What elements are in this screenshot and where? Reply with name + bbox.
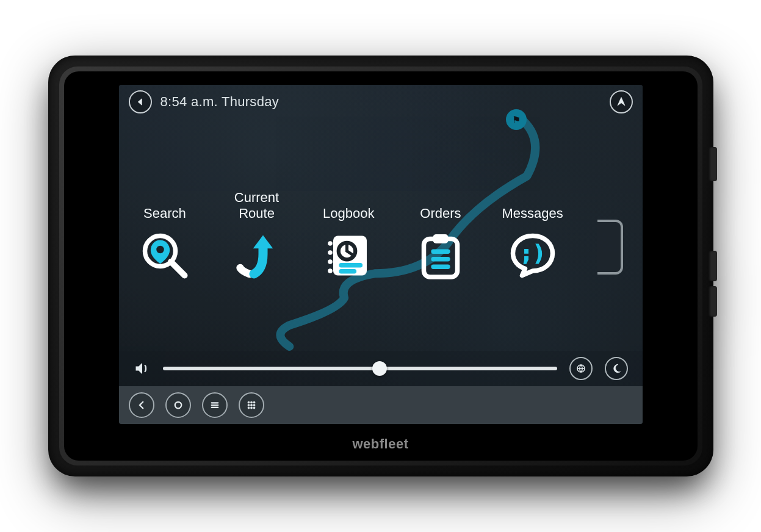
- chevron-left-icon: [136, 400, 147, 411]
- back-button[interactable]: [129, 90, 152, 113]
- svg-point-18: [248, 401, 250, 403]
- menu-item-orders[interactable]: Orders: [407, 188, 475, 282]
- device-frame: ⚑ 8:54 a.m. Thursday Search: [48, 56, 713, 476]
- device-brand-label: webfleet: [64, 436, 698, 452]
- hardware-volume-up-button[interactable]: [709, 251, 717, 281]
- system-nav-bar: [119, 386, 643, 424]
- svg-rect-12: [431, 250, 450, 253]
- svg-point-17: [175, 402, 181, 409]
- menu-item-label: Logbook: [315, 188, 383, 221]
- nav-home-button[interactable]: [165, 392, 191, 418]
- svg-point-21: [248, 404, 250, 406]
- svg-point-5: [328, 259, 333, 264]
- hardware-volume-down-button[interactable]: [709, 286, 717, 317]
- svg-rect-13: [431, 257, 450, 261]
- svg-rect-8: [339, 264, 362, 267]
- clock-text: 8:54 a.m. Thursday: [160, 94, 280, 110]
- svg-rect-14: [431, 265, 450, 268]
- svg-point-1: [156, 246, 164, 254]
- menu-item-label: Messages: [499, 188, 566, 221]
- svg-point-26: [253, 407, 255, 409]
- svg-point-6: [328, 268, 333, 273]
- nav-apps-button[interactable]: [239, 392, 264, 418]
- device-bezel: ⚑ 8:54 a.m. Thursday Search: [64, 71, 698, 461]
- menu-item-current-route[interactable]: Current Route: [223, 188, 290, 282]
- svg-text:;): ;): [520, 241, 546, 265]
- arrow-pointer-icon: [616, 96, 627, 107]
- svg-point-19: [250, 401, 252, 403]
- svg-point-4: [328, 250, 333, 255]
- menu-item-logbook[interactable]: Logbook: [315, 188, 383, 282]
- svg-point-23: [253, 404, 255, 406]
- svg-point-24: [248, 407, 250, 409]
- search-icon: [140, 231, 189, 280]
- chat-bubble-icon: ;): [508, 231, 557, 280]
- route-arrow-icon: [233, 231, 281, 280]
- brightness-slider[interactable]: [163, 367, 557, 370]
- moon-icon: [611, 363, 622, 374]
- recenter-button[interactable]: [610, 90, 633, 113]
- menu-more-button[interactable]: [591, 217, 630, 278]
- svg-point-22: [250, 404, 252, 406]
- volume-icon[interactable]: [134, 360, 151, 377]
- main-menu: Search Current Route: [119, 119, 643, 351]
- nav-back-button[interactable]: [129, 392, 154, 418]
- svg-rect-11: [433, 234, 448, 243]
- day-night-toggle-button[interactable]: [569, 357, 593, 380]
- svg-point-25: [250, 407, 252, 409]
- menu-item-messages[interactable]: Messages ;): [499, 188, 566, 282]
- menu-item-label: Search: [131, 188, 199, 221]
- grid-icon: [246, 400, 257, 411]
- more-card-icon: [597, 220, 623, 275]
- hamburger-icon: [209, 400, 220, 411]
- menu-item-label: Current Route: [223, 188, 290, 221]
- circle-icon: [173, 400, 184, 411]
- globe-day-icon: [575, 363, 586, 374]
- menu-item-label: Orders: [407, 188, 475, 221]
- night-mode-button[interactable]: [605, 357, 628, 380]
- status-bar: 8:54 a.m. Thursday: [119, 85, 643, 119]
- menu-item-search[interactable]: Search: [131, 188, 199, 282]
- svg-point-3: [328, 241, 333, 246]
- screen: ⚑ 8:54 a.m. Thursday Search: [119, 85, 643, 424]
- display-settings-row: [119, 351, 643, 386]
- back-icon: [135, 96, 146, 107]
- brightness-slider-thumb[interactable]: [372, 361, 387, 376]
- clipboard-icon: [416, 231, 465, 280]
- logbook-icon: [324, 231, 373, 280]
- svg-point-20: [253, 401, 255, 403]
- nav-menu-button[interactable]: [202, 392, 228, 418]
- hardware-power-button[interactable]: [709, 147, 717, 181]
- svg-rect-9: [339, 270, 356, 273]
